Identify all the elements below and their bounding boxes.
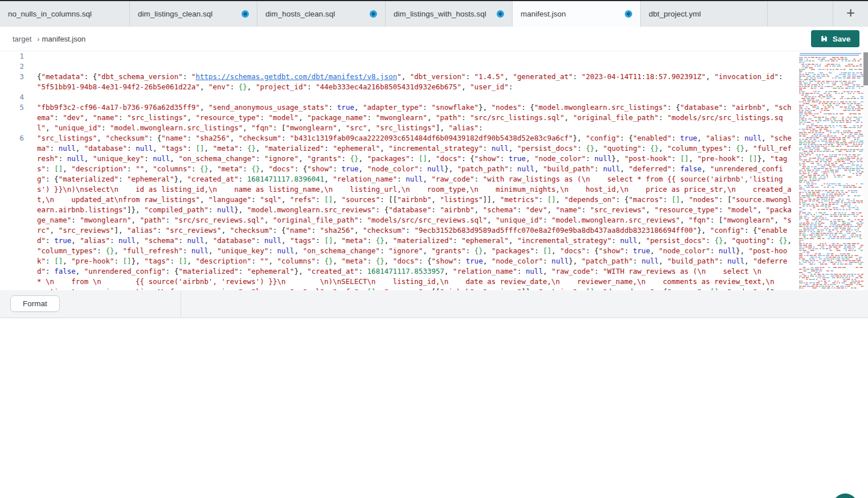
tab-label: no_nulls_in_columns.sql: [8, 10, 92, 18]
code-line[interactable]: 5"fbb9f3c2-cf96-4a17-b736-976a62d35ff9",…: [0, 102, 868, 133]
tab-dim-listings-with-hosts-sql[interactable]: dim_listings_with_hosts.sql: [386, 1, 513, 27]
tab-bar-spacer: [768, 1, 833, 27]
minimap[interactable]: [797, 51, 868, 290]
code-text: {"metadata": {"dbt_schema_version": "htt…: [37, 72, 795, 92]
modified-dot-icon[interactable]: [625, 10, 632, 18]
tab-manifest-json[interactable]: manifest.json: [513, 1, 641, 27]
tab-label: dbt_project.yml: [649, 10, 701, 18]
file-header-bar: target › manifest.json Save: [0, 27, 868, 51]
editor-footer-bar: Format: [0, 290, 868, 318]
line-number: 6: [0, 133, 24, 290]
line-number: 2: [0, 61, 24, 72]
results-pane: [0, 318, 868, 498]
chevron-right-icon: ›: [37, 35, 39, 43]
code-text: "src_listings", "checksum": {"name": "sh…: [37, 133, 795, 290]
tab-label: manifest.json: [521, 10, 566, 18]
editor-tab-bar: no_nulls_in_columns.sql dim_listings_cle…: [0, 1, 868, 27]
tab-dbt-project-yml[interactable]: dbt_project.yml: [641, 1, 768, 27]
code-line[interactable]: 4: [0, 92, 868, 102]
tab-label: dim_hosts_clean.sql: [265, 10, 335, 18]
editor-scrollbar[interactable]: [863, 51, 868, 290]
code-line[interactable]: 1: [0, 51, 868, 61]
line-number: 1: [0, 51, 24, 61]
plus-icon: +: [846, 4, 855, 22]
code-line[interactable]: 2: [0, 61, 868, 72]
tab-dim-listings-clean-sql[interactable]: dim_listings_clean.sql: [130, 1, 257, 27]
modified-dot-icon[interactable]: [241, 10, 249, 18]
code-text: "fbb9f3c2-cf96-4a17-b736-976a62d35ff9", …: [37, 102, 795, 133]
minimap-canvas[interactable]: [799, 52, 863, 290]
tab-label: dim_listings_with_hosts.sql: [394, 10, 486, 18]
save-button[interactable]: Save: [811, 30, 859, 47]
code-text: [37, 92, 795, 102]
format-button[interactable]: Format: [10, 295, 60, 312]
breadcrumb-file: manifest.json: [42, 35, 86, 43]
panel-divider: [181, 290, 181, 318]
scrollbar-thumb[interactable]: [863, 52, 868, 85]
breadcrumb-folder: target: [13, 35, 31, 43]
code-text: [37, 51, 795, 61]
modified-dot-icon[interactable]: [370, 10, 377, 18]
tab-no-nulls-in-columns-sql[interactable]: no_nulls_in_columns.sql: [0, 1, 130, 27]
line-number: 4: [0, 92, 24, 102]
code-editor[interactable]: 1 2 3{"metadata": {"dbt_schema_version":…: [0, 51, 868, 290]
code-text: [37, 61, 795, 72]
code-line[interactable]: 3{"metadata": {"dbt_schema_version": "ht…: [0, 72, 868, 92]
line-number: 5: [0, 102, 24, 133]
new-tab-button[interactable]: +: [833, 1, 868, 27]
tab-label: dim_listings_clean.sql: [138, 10, 212, 18]
modified-dot-icon[interactable]: [497, 10, 504, 18]
save-button-label: Save: [833, 35, 851, 43]
line-number: 3: [0, 72, 24, 92]
code-line[interactable]: 6"src_listings", "checksum": {"name": "s…: [0, 133, 868, 290]
code-lines[interactable]: 1 2 3{"metadata": {"dbt_schema_version":…: [0, 51, 868, 290]
save-icon: [820, 35, 828, 43]
tab-dim-hosts-clean-sql[interactable]: dim_hosts_clean.sql: [257, 1, 386, 27]
